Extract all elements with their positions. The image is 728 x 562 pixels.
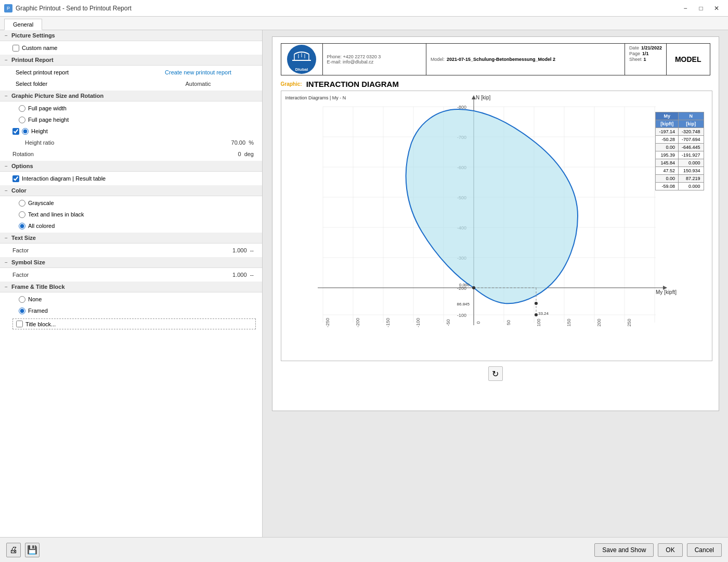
my-value: -50.28 <box>656 136 679 144</box>
title-block-checkbox[interactable] <box>16 321 23 327</box>
svg-text:-250: -250 <box>325 318 330 327</box>
svg-text:150: 150 <box>566 318 571 326</box>
page-value: 1/1 <box>642 51 649 56</box>
create-new-printout-link[interactable]: Create new printout report <box>137 69 259 75</box>
n-value: -320.748 <box>678 128 704 136</box>
close-button[interactable]: ✕ <box>709 2 724 15</box>
refresh-button[interactable]: ↻ <box>488 366 503 381</box>
section-frame-title[interactable]: − Frame & Title Block <box>0 282 262 292</box>
custom-name-row: Custom name <box>0 42 262 54</box>
section-color[interactable]: − Color <box>0 185 262 196</box>
svg-text:-100: -100 <box>457 313 466 318</box>
svg-text:Dlubal: Dlubal <box>295 67 308 72</box>
my-value: 145.84 <box>656 159 679 167</box>
section-text-size[interactable]: − Text Size <box>0 233 262 244</box>
svg-text:50: 50 <box>506 320 511 325</box>
svg-text:86.845: 86.845 <box>457 302 470 306</box>
full-page-width-radio[interactable] <box>19 105 25 112</box>
cancel-button[interactable]: Cancel <box>687 543 722 557</box>
diagram-title: INTERACTION DIAGRAM <box>306 80 399 88</box>
section-label: Frame & Title Block <box>11 284 65 290</box>
sheet-value: 1 <box>643 57 646 62</box>
interaction-diagram-checkbox[interactable] <box>12 175 19 182</box>
my-value: 195.39 <box>656 151 679 159</box>
symbol-size-body: Factor 1.000 -- <box>0 268 262 282</box>
header-contact: Phone: +420 2272 0320 3 E-mail: info@dlu… <box>323 44 426 75</box>
section-symbol-size[interactable]: − Symbol Size <box>0 257 262 268</box>
all-colored-radio[interactable] <box>19 223 25 229</box>
full-page-height-radio[interactable] <box>19 117 25 123</box>
title-block-row[interactable]: Title block... <box>12 318 256 329</box>
collapse-icon: − <box>3 57 9 63</box>
my-value: 47.52 <box>656 167 679 175</box>
svg-marker-30 <box>472 95 476 99</box>
tab-general[interactable]: General <box>4 19 42 30</box>
bottom-bar: 🖨 💾 Save and Show OK Cancel <box>0 537 728 562</box>
section-label: Printout Report <box>11 57 54 63</box>
section-options[interactable]: − Options <box>0 161 262 172</box>
n-value: -191.927 <box>678 151 704 159</box>
height-radio[interactable] <box>22 128 29 135</box>
graphic-label: Graphic: <box>281 81 302 87</box>
interaction-diagram-shape <box>406 109 577 303</box>
table-row: -50.28 -707.694 <box>656 136 704 144</box>
header-model-title: MODEL <box>667 44 710 75</box>
svg-point-53 <box>472 286 475 289</box>
header-email: E-mail: info@dlubal.cz <box>327 59 422 65</box>
text-size-body: Factor 1.000 -- <box>0 244 262 257</box>
diagram-container: Interaction Diagrams | My - N <box>281 91 712 361</box>
n-value: 0.000 <box>678 183 704 190</box>
height-checkbox[interactable] <box>12 128 19 135</box>
page-label: Page <box>629 51 640 56</box>
frame-title-body: None Framed Title block... <box>0 292 262 333</box>
my-value: -59.08 <box>656 183 679 190</box>
svg-text:250: 250 <box>627 318 632 326</box>
svg-text:-200: -200 <box>355 318 360 327</box>
print-icon-button[interactable]: 🖨 <box>6 543 21 557</box>
title-block-label: Title block... <box>25 321 56 327</box>
svg-text:0: 0 <box>476 321 481 324</box>
bottom-right-buttons: Save and Show OK Cancel <box>594 543 722 557</box>
symbol-factor-label: Factor <box>12 272 193 278</box>
table-header-my: My <box>656 112 679 120</box>
maximize-button[interactable]: □ <box>694 2 708 15</box>
date-row: Date 1/21/2022 <box>629 45 662 50</box>
section-graphic-size[interactable]: − Graphic Picture Size and Rotation <box>0 91 262 101</box>
collapse-icon: − <box>3 284 9 290</box>
select-folder-row: Select folder Automatic <box>0 78 262 90</box>
framed-row: Framed <box>0 305 262 316</box>
save-and-show-button[interactable]: Save and Show <box>594 543 654 557</box>
text-lines-black-radio[interactable] <box>19 211 25 218</box>
svg-text:-50: -50 <box>446 319 451 326</box>
rotation-label: Rotation <box>12 151 193 157</box>
date-label: Date <box>629 45 639 50</box>
none-label: None <box>28 296 42 302</box>
n-value: -707.694 <box>678 136 704 144</box>
table-row: -59.08 0.000 <box>656 183 704 190</box>
collapse-icon: − <box>3 32 9 39</box>
height-ratio-row: Height ratio 70.00 % <box>0 137 262 148</box>
save-icon-button[interactable]: 💾 <box>25 543 40 557</box>
full-page-height-row: Full page height <box>0 114 262 125</box>
svg-text:-100: -100 <box>415 318 421 327</box>
none-radio[interactable] <box>19 296 25 303</box>
table-row: 47.52 150.934 <box>656 167 704 175</box>
custom-name-checkbox[interactable] <box>12 45 19 52</box>
framed-radio[interactable] <box>19 308 25 314</box>
section-picture-settings[interactable]: − Picture Settings <box>0 30 262 41</box>
model-section-title: MODEL <box>675 55 701 63</box>
minimize-button[interactable]: − <box>678 2 693 15</box>
app-icon: P <box>4 4 12 12</box>
section-printout-report[interactable]: − Printout Report <box>0 55 262 66</box>
grayscale-radio[interactable] <box>19 200 25 207</box>
model-value: 2021-07-15_Schulung-Betonbemessung_Model… <box>447 57 555 62</box>
height-row: Height <box>0 125 262 137</box>
ok-button[interactable]: OK <box>658 543 682 557</box>
rotation-row: Rotation 0 deg <box>0 148 262 160</box>
m-axis-label: My [kipft] <box>656 289 677 295</box>
interaction-diagram-label: Interaction diagram | Result table <box>22 175 106 182</box>
date-value: 1/21/2022 <box>641 45 662 50</box>
my-value: 0.00 <box>656 144 679 151</box>
svg-text:-150: -150 <box>385 318 391 327</box>
select-printout-row: Select printout report Create new printo… <box>0 67 262 78</box>
